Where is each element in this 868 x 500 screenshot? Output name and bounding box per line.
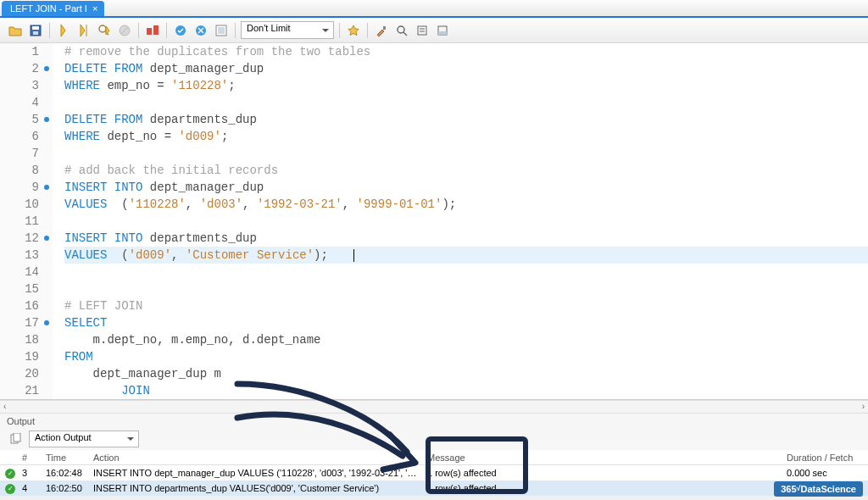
code-line[interactable] [64,94,868,111]
line-number: 10 [0,196,53,213]
toggle-panel-icon[interactable] [434,22,451,39]
code-line[interactable]: VALUES ('d009', 'Customer Service'); [64,247,868,264]
code-line[interactable]: INSERT INTO dept_manager_dup [64,179,868,196]
svg-rect-25 [14,433,20,442]
wrap-icon[interactable] [414,22,431,39]
col-action[interactable]: Action [90,453,424,463]
rollback-icon[interactable] [192,22,209,39]
toolbar-divider [49,23,50,38]
token-ident: departments_dup [142,231,256,245]
code-line[interactable]: VALUES ('110228', 'd003', '1992-03-21', … [64,196,868,213]
code-line[interactable]: DELETE FROM dept_manager_dup [64,60,868,77]
output-row[interactable]: ✓316:02:48INSERT INTO dept_manager_dup V… [0,465,868,481]
explain-icon[interactable] [96,22,113,39]
execute-icon[interactable] [55,22,72,39]
open-icon[interactable] [7,22,24,39]
code-line[interactable] [64,264,868,281]
no-limit-warn-icon[interactable] [144,22,161,39]
code-area[interactable]: # remove the duplicates from the two tab… [53,43,868,399]
code-line[interactable]: FROM [64,348,868,365]
line-number: 11 [0,213,53,230]
line-number: 15 [0,281,53,297]
output-row[interactable]: ✓416:02:50INSERT INTO departments_dup VA… [0,481,868,496]
token-ident [64,384,121,397]
token-ident: dept_manager_dup [142,181,264,194]
limit-rows-dropdown[interactable]: Don't Limit [241,21,334,39]
code-line[interactable]: WHERE dept_no = 'd009'; [64,128,868,145]
code-line[interactable]: INSERT INTO departments_dup [64,230,868,247]
code-line[interactable]: # add back the initial records [64,162,868,179]
svg-rect-15 [218,27,225,34]
line-number: 12 [0,230,53,247]
code-line[interactable]: # remove the duplicates from the two tab… [64,43,868,60]
code-line[interactable]: # LEFT JOIN [64,297,868,314]
token-keyword: WHERE [64,130,100,143]
tab-left-join[interactable]: LEFT JOIN - Part I × [2,1,104,16]
line-gutter: 123456789101112131415161718192021 [0,43,53,399]
line-number: 21 [0,382,53,399]
code-line[interactable]: SELECT [64,314,868,331]
token-punct: ); [314,248,328,262]
token-ident: dept_manager_dup m [64,367,221,381]
toolbar-divider [138,23,139,38]
brush-icon[interactable] [373,22,390,39]
svg-line-18 [403,32,407,36]
svg-rect-19 [418,26,426,35]
col-duration[interactable]: Duration / Fetch [783,453,868,463]
toolbar-divider [367,23,368,38]
cell-action: INSERT INTO departments_dup VALUES('d009… [90,483,424,493]
output-toolbar: Action Output [0,428,868,450]
output-type-dropdown[interactable]: Action Output [29,431,139,447]
code-line[interactable] [64,145,868,162]
svg-rect-2 [33,31,38,35]
output-header-row: # Time Action Message Duration / Fetch [0,450,868,465]
code-line[interactable]: WHERE emp_no = '110228'; [64,77,868,94]
close-icon[interactable]: × [92,3,97,14]
svg-rect-23 [438,31,447,35]
svg-rect-16 [383,26,386,30]
col-num[interactable]: # [19,453,42,463]
commit-icon[interactable] [172,22,189,39]
line-number: 20 [0,365,53,382]
code-line[interactable] [64,213,868,230]
col-message[interactable]: Message [424,453,512,463]
line-number: 2 [0,60,53,77]
line-number: 17 [0,314,53,331]
sql-editor[interactable]: 123456789101112131415161718192021 # remo… [0,43,868,400]
svg-rect-8 [147,28,152,35]
find-icon[interactable] [393,22,410,39]
scroll-left-icon[interactable]: ‹ [3,402,6,411]
beautify-icon[interactable] [345,22,362,39]
code-line[interactable]: DELETE FROM departments_dup [64,111,868,128]
line-number: 7 [0,145,53,162]
code-line[interactable]: JOIN [64,382,868,399]
code-line[interactable]: dept_manager_dup m [64,365,868,382]
col-time[interactable]: Time [42,453,90,463]
cell-time: 16:02:50 [42,483,90,493]
code-line[interactable] [64,281,868,297]
editor-hscroll[interactable]: ‹ › [0,400,868,414]
line-number: 18 [0,331,53,348]
line-number: 8 [0,162,53,179]
code-line[interactable]: m.dept_no, m.emp_no, d.dept_name [64,331,868,348]
cell-message: 1 row(s) affected [424,483,512,493]
scroll-right-icon[interactable]: › [862,402,865,411]
token-keyword: JOIN [121,384,150,397]
output-copy-icon[interactable] [7,431,24,447]
token-punct: = [157,79,171,92]
cell-action: INSERT INTO dept_manager_dup VALUES ('11… [90,468,424,478]
token-comment: # remove the duplicates from the two tab… [64,45,370,58]
statement-marker-icon [44,185,49,190]
save-icon[interactable] [27,22,44,39]
token-string: '110228' [171,79,228,92]
token-punct: , [242,197,257,211]
token-keyword: VALUES [64,197,107,211]
line-number: 3 [0,77,53,94]
autocommit-icon[interactable] [213,22,230,39]
token-ident: dept_manager_dup [142,62,264,75]
line-number: 4 [0,94,53,111]
svg-point-17 [398,26,404,33]
cell-duration: 0.000 sec [783,468,868,478]
token-string: '110228' [129,197,186,211]
execute-current-icon[interactable] [75,22,92,39]
